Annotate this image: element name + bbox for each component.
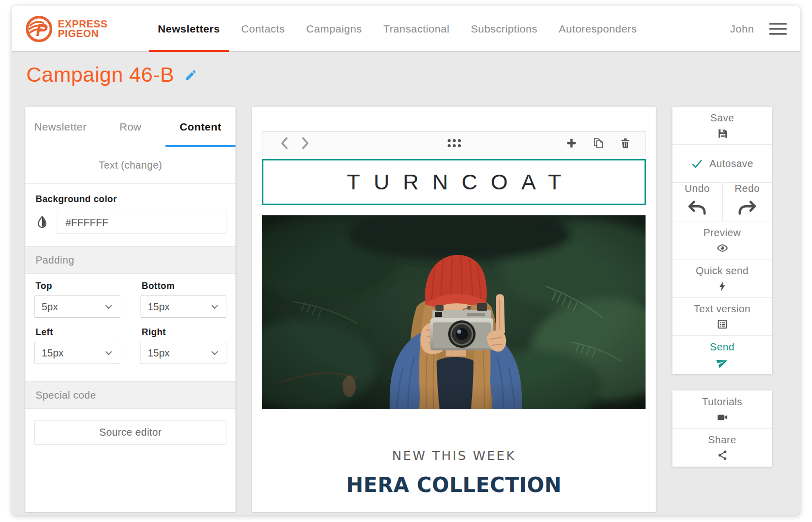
padding-bottom-label: Bottom [142,281,226,291]
redo-icon [735,198,759,221]
undo-button[interactable]: Undo [672,183,722,221]
email-canvas-panel: TURNCOAT [252,107,656,512]
tutorials-button[interactable]: Tutorials [672,390,772,429]
share-button[interactable]: Share [672,429,772,467]
tab-row[interactable]: Row [95,107,165,147]
trash-icon[interactable] [619,137,631,149]
nav-item-newsletters[interactable]: Newsletters [147,6,230,51]
tab-content[interactable]: Content [165,107,235,147]
padding-top-select[interactable]: 5px [35,296,120,318]
padding-right-field: Right 15px [141,327,226,364]
eye-icon [717,242,728,254]
block-toolbar [262,131,646,155]
email-heading: TURNCOAT [333,170,575,194]
selected-text-block[interactable]: TURNCOAT [262,159,646,205]
background-color-label: Background color [36,194,226,205]
nav-item-autoresponders[interactable]: Autoresponders [548,6,648,51]
pigeon-logo-icon: P [25,15,53,43]
preview-button[interactable]: Preview [672,221,772,259]
padding-section-header: Padding [25,246,235,274]
email-subheading[interactable]: NEW THIS WEEK [262,448,646,463]
share-icon [717,449,728,461]
brand-logo[interactable]: P EXPRESS PIGEON [25,6,108,51]
inspector-panel: Newsletter Row Content Text (change) Bac… [25,107,235,512]
plus-icon[interactable] [565,137,578,149]
brand-name: EXPRESS PIGEON [58,19,108,39]
nav-item-contacts[interactable]: Contacts [230,6,295,51]
padding-bottom-select[interactable]: 15px [141,296,226,318]
nav-item-campaigns[interactable]: Campaigns [295,6,373,51]
special-code-section-header: Special code [25,381,235,409]
chevron-down-icon [104,302,113,311]
padding-right-label: Right [142,327,226,338]
tab-newsletter[interactable]: Newsletter [25,107,95,147]
nav-item-transactional[interactable]: Transactional [373,6,460,51]
document-lines-icon [717,318,728,330]
duplicate-icon[interactable] [592,137,604,149]
chevron-down-icon [210,348,219,357]
app-window: P EXPRESS PIGEON Newsletters Contacts Ca… [12,6,800,515]
padding-left-field: Left 15px [35,327,120,364]
email-collection-title[interactable]: HERA COLLECTION [262,473,646,497]
user-menu[interactable]: John [730,23,754,35]
svg-text:P: P [36,20,48,39]
floppy-icon [717,127,728,139]
droplet-icon[interactable] [35,215,50,230]
check-icon [691,158,703,170]
chevron-right-icon[interactable] [299,137,311,150]
padding-right-select[interactable]: 15px [141,342,226,364]
pencil-icon[interactable] [184,69,197,82]
save-button[interactable]: Save [672,107,772,145]
chevron-down-icon [210,302,219,311]
send-button[interactable]: Send [672,336,772,374]
video-camera-icon [717,411,728,423]
page-title: Campaign 46-B [26,63,174,87]
chevron-left-icon[interactable] [279,137,291,150]
redo-button[interactable]: Redo [722,183,772,221]
source-editor-button[interactable]: Source editor [35,420,226,444]
padding-left-select[interactable]: 15px [35,342,120,364]
padding-left-label: Left [36,327,120,338]
inspector-tabs: Newsletter Row Content [25,107,235,147]
content-type-change[interactable]: Text (change) [25,147,235,184]
hero-image[interactable] [262,215,646,409]
background-color-input[interactable] [57,211,226,234]
hamburger-menu-icon[interactable] [769,22,787,36]
paper-plane-icon [715,355,730,370]
padding-top-label: Top [36,281,120,291]
action-rail: Save Autosave Undo [672,107,772,467]
quick-send-button[interactable]: Quick send [672,259,772,298]
undo-icon [686,198,709,221]
padding-top-field: Top 5px [35,281,120,318]
main-nav: Newsletters Contacts Campaigns Transacti… [147,6,648,51]
nav-item-subscriptions[interactable]: Subscriptions [460,6,548,51]
text-version-button[interactable]: Text version [672,298,772,336]
chevron-down-icon [104,348,113,357]
top-navbar: P EXPRESS PIGEON Newsletters Contacts Ca… [12,6,800,52]
padding-bottom-field: Bottom 15px [141,281,226,318]
drag-dots-icon[interactable] [448,139,461,147]
autosave-toggle[interactable]: Autosave [672,145,772,183]
lightning-icon [717,280,728,292]
